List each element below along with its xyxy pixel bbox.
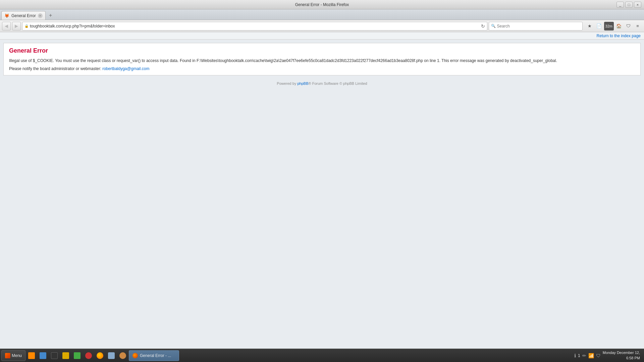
taskbar-app-files2[interactable] [60, 350, 71, 361]
error-box: General Error Illegal use of $_COOKIE. Y… [3, 43, 641, 75]
app4-icon [108, 352, 115, 359]
taskbar-app-browser2[interactable] [38, 350, 48, 361]
tray-count: 1 [578, 353, 580, 358]
menu-icon [5, 353, 10, 358]
error-message: Illegal use of $_COOKIE. You must use th… [9, 58, 635, 64]
contact-prefix: Please notify the board administrator or… [9, 66, 102, 71]
clock-date: Monday December 12, [603, 350, 640, 355]
search-input[interactable] [497, 24, 580, 28]
terminal-icon [51, 352, 58, 359]
forward-button[interactable]: ▶ [12, 22, 21, 31]
error-contact: Please notify the board administrator or… [9, 66, 635, 71]
tray-pencil-icon: ✏ [582, 353, 586, 358]
footer-suffix: ® Forum Software © phpBB Limited [309, 81, 367, 85]
taskbar-app-app1[interactable] [72, 350, 83, 361]
tab-label: General Error [11, 13, 36, 18]
app5-icon [119, 352, 126, 359]
search-bar: 🔍 [489, 22, 583, 31]
new-tab-button[interactable]: + [46, 11, 55, 20]
reload-button[interactable]: ↻ [481, 23, 485, 29]
error-title: General Error [9, 47, 635, 54]
taskbar-active-window[interactable]: General Error - ... [129, 350, 179, 361]
tray-info-icon: ℹ [574, 353, 576, 358]
menu-button[interactable]: ≡ [633, 22, 642, 31]
footer-text: Powered by [277, 81, 297, 85]
taskbar-app-app5[interactable] [117, 350, 128, 361]
back-button[interactable]: ◀ [2, 22, 11, 31]
menu-label: Menu [12, 353, 22, 358]
tab-favicon: 🦊 [4, 13, 9, 18]
title-bar: General Error - Mozilla Firefox _ □ × [0, 0, 644, 9]
page-footer: Powered by phpBB® Forum Software © phpBB… [3, 78, 641, 89]
phpbb-link[interactable]: phpBB [297, 81, 308, 85]
taskbar-menu-button[interactable]: Menu [1, 350, 25, 361]
bookmark-button[interactable]: ★ [585, 22, 594, 31]
nav-right-icons: ★ 📄 32m 🏠 🛡 ≡ [585, 22, 642, 31]
taskbar-app-terminal[interactable] [49, 350, 60, 361]
active-window-icon [132, 353, 138, 358]
search-icon: 🔍 [491, 24, 496, 28]
url-input[interactable] [30, 24, 480, 28]
home-button[interactable]: 🏠 [614, 22, 623, 31]
files-icon [28, 352, 35, 359]
close-button[interactable]: × [634, 2, 641, 8]
taskbar-app-app2[interactable] [83, 350, 94, 361]
app3-icon [97, 352, 103, 359]
taskbar-tray: ℹ 1 ✏ 📶 🛡 Monday December 12, 6:58 PM [574, 350, 643, 361]
app2-icon [85, 352, 92, 359]
page-content: General Error Illegal use of $_COOKIE. Y… [0, 40, 644, 349]
window-title: General Error - Mozilla Firefox [295, 2, 349, 7]
taskbar-app-app4[interactable] [106, 350, 117, 361]
info-bar: Return to the index page [0, 32, 644, 40]
taskbar: Menu General Error - ... ℹ 1 ✏ 📶 🛡 [0, 349, 644, 362]
nav-bar: ◀ ▶ 🔒 ↻ 🔍 ★ 📄 32m 🏠 🛡 ≡ [0, 20, 644, 32]
tray-shield-icon: 🛡 [596, 353, 601, 358]
contact-email-link[interactable]: robertbaldyga@gmail.com [102, 66, 149, 71]
browser2-icon [40, 352, 46, 359]
minimize-button[interactable]: _ [616, 2, 624, 8]
clock-time: 6:58 PM [603, 356, 640, 361]
maximize-button[interactable]: □ [625, 2, 633, 8]
app1-icon [74, 352, 80, 359]
taskbar-app-files[interactable] [26, 350, 37, 361]
active-window-label: General Error - ... [140, 353, 171, 358]
url-bar: 🔒 ↻ [22, 22, 487, 31]
taskbar-app-app3[interactable] [95, 350, 105, 361]
files2-icon [62, 352, 69, 359]
shield-button[interactable]: 🛡 [624, 22, 633, 31]
return-to-index-link[interactable]: Return to the index page [597, 34, 641, 38]
lock-icon: 🔒 [24, 24, 29, 28]
counter-badge[interactable]: 32m [604, 22, 614, 31]
active-tab[interactable]: 🦊 General Error × [1, 11, 46, 20]
tab-bar: 🦊 General Error × + [0, 9, 644, 20]
reading-mode-button[interactable]: 📄 [595, 22, 603, 31]
tab-close-button[interactable]: × [38, 13, 43, 18]
window-controls: _ □ × [616, 2, 641, 8]
tray-network-icon: 📶 [588, 353, 594, 358]
taskbar-clock: Monday December 12, 6:58 PM [603, 350, 640, 361]
